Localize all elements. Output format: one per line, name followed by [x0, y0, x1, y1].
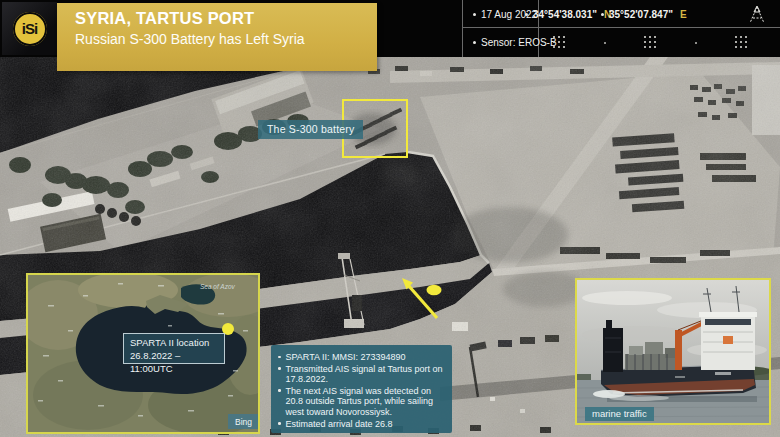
bullet-icon — [601, 13, 604, 16]
ship-photo-inset: marine traffic — [575, 278, 771, 425]
list-item: The next AIS signal was detected on 20.8… — [278, 386, 444, 418]
list-item: Estimated arrival date 26.8 — [278, 419, 444, 430]
sparta-location-callout: SPARTA II location 26.8.2022 – 11:00UTC — [123, 333, 225, 364]
list-item: SPARTA II: MMSI: 273394890 — [278, 352, 444, 363]
report-subtitle: Russian S-300 Battery has Left Syria — [75, 31, 377, 47]
isi-logo-circle: iSi — [13, 12, 47, 46]
north-arrow-icon — [744, 5, 770, 25]
bullet-icon — [278, 422, 281, 425]
list-item: Transmitted AIS signal at Tartus port on… — [278, 364, 444, 385]
ship-bow-ramp — [603, 328, 623, 372]
ais-bullet-list: SPARTA II: MMSI: 273394890 Transmitted A… — [278, 352, 444, 429]
bing-attribution: Bing — [228, 414, 259, 429]
metadata-table: 17 Aug 2022 Sensor: EROS-B 34°54'38.031"… — [462, 0, 780, 57]
report-title: SYRIA, TARTUS PORT — [75, 9, 377, 28]
bullet-icon — [278, 356, 281, 359]
sea-of-azov-label: Sea of Azov — [200, 283, 235, 290]
s300-battery-label: The S-300 battery — [258, 120, 363, 139]
bullet-icon — [278, 389, 281, 392]
ais-info-box: SPARTA II: MMSI: 273394890 Transmitted A… — [271, 345, 452, 433]
sparta-ship-image — [577, 280, 769, 423]
title-banner: SYRIA, TARTUS PORT Russian S-300 Battery… — [57, 3, 377, 71]
report-slide: The S-300 battery 17 Aug 2022 Sensor: ER… — [0, 0, 780, 437]
isi-logo: iSi — [2, 2, 57, 55]
coordinate-north: 34°54'38.031" N — [525, 9, 611, 20]
dot-matrix-decoration — [553, 36, 748, 49]
bullet-icon — [473, 13, 476, 16]
bullet-icon — [278, 367, 281, 370]
coordinate-east: 35°52'07.847" E — [601, 9, 687, 20]
map-inset: Sea of Azov SPARTA II location 26.8.2022… — [26, 273, 260, 434]
bullet-icon — [473, 41, 476, 44]
sensor-info: Sensor: EROS-B — [473, 37, 557, 48]
bullet-icon — [525, 13, 528, 16]
marine-traffic-label: marine traffic — [585, 407, 654, 421]
